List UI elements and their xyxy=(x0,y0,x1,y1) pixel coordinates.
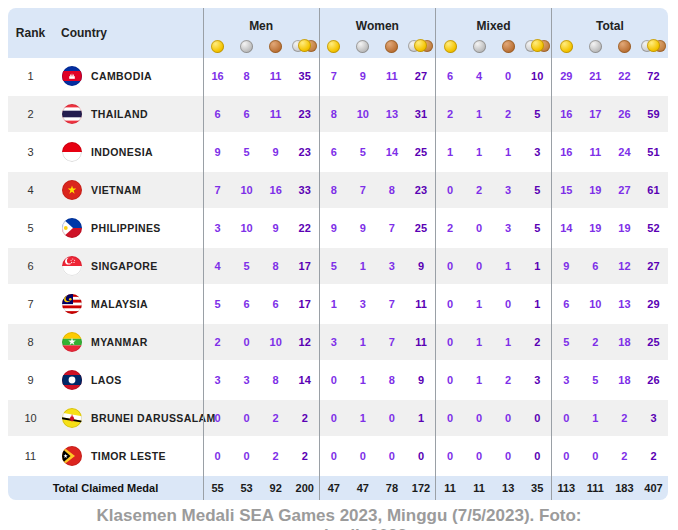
overall-gold-cell: 0 xyxy=(552,450,581,462)
overall-gold-cell: 3 xyxy=(552,374,581,386)
overall-total-cell: 26 xyxy=(639,374,668,386)
women-bronze-cell: 8 xyxy=(377,184,406,196)
women-total-cell: 27 xyxy=(406,70,435,82)
rank-cell: 11 xyxy=(8,450,53,462)
total-claimed-cell: 200 xyxy=(290,482,319,494)
overall-gold-cell: 6 xyxy=(552,298,581,310)
mixed-bronze-cell: 2 xyxy=(494,108,523,120)
rank-cell: 1 xyxy=(8,70,53,82)
men-gold-cell: 5 xyxy=(203,298,232,310)
women-bronze-cell: 8 xyxy=(377,374,406,386)
caption: Klasemen Medali SEA Games 2023, Minggu (… xyxy=(0,506,678,530)
table-row: 1 CAMBODIA 16 8 11 35 7 9 11 27 6 4 0 10… xyxy=(8,58,668,96)
silver-medal-icon xyxy=(240,40,253,53)
overall-total-cell: 59 xyxy=(639,108,668,120)
overall-gold-cell: 14 xyxy=(552,222,581,234)
mixed-gold-cell: 0 xyxy=(436,412,465,424)
table-header: Rank Country Men Women Mixed Total xyxy=(8,8,668,58)
table-row: 7 MALAYSIA 5 6 6 17 1 3 7 11 0 1 0 1 6 1… xyxy=(8,286,668,324)
mixed-total-cell: 5 xyxy=(523,184,552,196)
women-silver-cell: 1 xyxy=(348,374,377,386)
flag-id-icon xyxy=(62,142,82,162)
men-total-cell: 14 xyxy=(290,374,319,386)
women-bronze-cell: 0 xyxy=(377,450,406,462)
overall-silver-cell: 21 xyxy=(581,70,610,82)
men-gold-cell: 6 xyxy=(203,108,232,120)
mixed-silver-cell: 1 xyxy=(465,374,494,386)
mixed-gold-cell: 0 xyxy=(436,336,465,348)
country-cell: LAOS xyxy=(53,370,203,390)
women-total-cell: 0 xyxy=(406,450,435,462)
country-cell: INDONESIA xyxy=(53,142,203,162)
mixed-total-cell: 1 xyxy=(523,260,552,272)
table-row: 4 VIETNAM 7 10 16 33 8 7 8 23 0 2 3 5 15… xyxy=(8,172,668,210)
country-name: BRUNEI DARUSSALAM xyxy=(91,412,216,424)
women-bronze-cell: 13 xyxy=(377,108,406,120)
women-silver-cell: 0 xyxy=(348,450,377,462)
table-row: 3 INDONESIA 9 5 9 23 6 5 14 25 1 1 1 3 1… xyxy=(8,134,668,172)
men-silver-cell: 8 xyxy=(232,70,261,82)
women-total-cell: 9 xyxy=(406,374,435,386)
country-name: INDONESIA xyxy=(91,146,153,158)
bronze-medal-icon xyxy=(618,40,631,53)
mixed-silver-cell: 1 xyxy=(465,146,494,158)
country-name: MYANMAR xyxy=(91,336,148,348)
mixed-gold-cell: 0 xyxy=(436,374,465,386)
table-row: 5 PHILIPPINES 3 10 9 22 9 9 7 25 2 0 3 5… xyxy=(8,210,668,248)
men-silver-cell: 10 xyxy=(232,222,261,234)
men-total-cell: 2 xyxy=(290,450,319,462)
overall-gold-cell: 9 xyxy=(552,260,581,272)
men-bronze-cell: 16 xyxy=(261,184,290,196)
women-gold-cell: 7 xyxy=(319,70,348,82)
men-silver-cell: 5 xyxy=(232,146,261,158)
rank-cell: 10 xyxy=(8,412,53,424)
women-silver-cell: 7 xyxy=(348,184,377,196)
overall-silver-cell: 2 xyxy=(581,336,610,348)
men-gold-cell: 7 xyxy=(203,184,232,196)
bronze-medal-icon xyxy=(269,40,282,53)
women-total-cell: 31 xyxy=(406,108,435,120)
men-gold-cell: 3 xyxy=(203,222,232,234)
flag-th-icon xyxy=(62,104,82,124)
women-gold-cell: 1 xyxy=(319,298,348,310)
rank-cell: 6 xyxy=(8,260,53,272)
total-claimed-cell: 11 xyxy=(465,482,494,494)
total-claimed-cell: 172 xyxy=(406,482,435,494)
overall-total-cell: 61 xyxy=(639,184,668,196)
men-bronze-cell: 2 xyxy=(261,450,290,462)
overall-bronze-cell: 2 xyxy=(610,412,639,424)
men-gold-cell: 0 xyxy=(203,412,232,424)
women-bronze-cell: 7 xyxy=(377,222,406,234)
men-silver-cell: 5 xyxy=(232,260,261,272)
country-cell: VIETNAM xyxy=(53,180,203,200)
women-silver-cell: 1 xyxy=(348,260,377,272)
country-cell: SINGAPORE xyxy=(53,256,203,276)
mixed-silver-cell: 1 xyxy=(465,298,494,310)
silver-medal-icon xyxy=(589,40,602,53)
women-gold-cell: 0 xyxy=(319,412,348,424)
mixed-gold-cell: 6 xyxy=(436,70,465,82)
table-row: 10 BRUNEI DARUSSALAM 0 0 2 2 0 1 0 1 0 0… xyxy=(8,400,668,438)
overall-bronze-cell: 18 xyxy=(610,374,639,386)
overall-silver-cell: 17 xyxy=(581,108,610,120)
mixed-silver-cell: 1 xyxy=(465,108,494,120)
overall-silver-cell: 1 xyxy=(581,412,610,424)
overall-gold-cell: 15 xyxy=(552,184,581,196)
total-claimed-cell: 35 xyxy=(523,482,552,494)
mixed-silver-cell: 0 xyxy=(465,260,494,272)
overall-gold-cell: 16 xyxy=(552,146,581,158)
flag-bn-icon xyxy=(62,408,82,428)
country-cell: MYANMAR xyxy=(53,332,203,352)
women-bronze-cell: 0 xyxy=(377,412,406,424)
mixed-silver-cell: 0 xyxy=(465,412,494,424)
men-bronze-cell: 11 xyxy=(261,108,290,120)
section-header-mixed: Mixed xyxy=(436,19,552,34)
total-claimed-cell: 92 xyxy=(261,482,290,494)
men-bronze-cell: 9 xyxy=(261,222,290,234)
men-gold-cell: 4 xyxy=(203,260,232,272)
men-silver-cell: 0 xyxy=(232,336,261,348)
total-claimed-cell: 407 xyxy=(639,482,668,494)
medal-standings-page: Rank Country Men Women Mixed Total 1 xyxy=(0,0,678,530)
rank-cell: 2 xyxy=(8,108,53,120)
mixed-total-cell: 5 xyxy=(523,108,552,120)
